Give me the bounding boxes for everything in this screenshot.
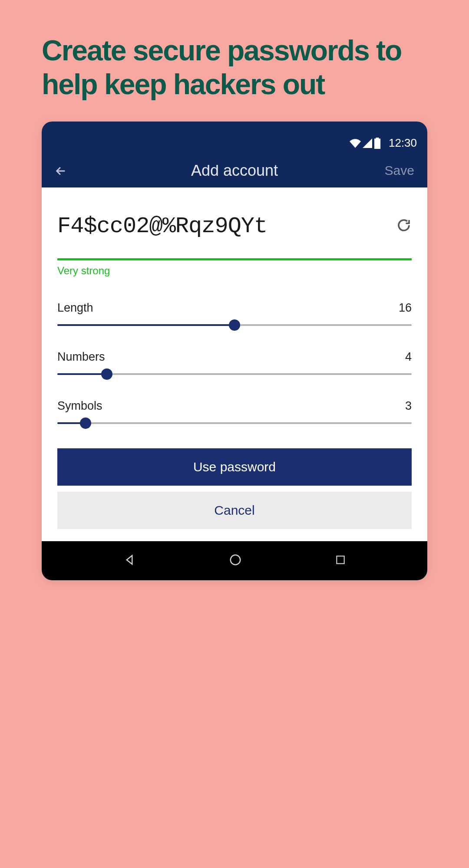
app-header: Add account Save [42,165,427,187]
nav-back-icon[interactable] [123,553,136,568]
header-title: Add account [191,165,278,180]
numbers-value: 4 [405,350,412,364]
use-password-button[interactable]: Use password [57,448,412,486]
length-slider-row: Length 16 [57,301,412,326]
slider-thumb[interactable] [80,418,91,429]
status-icons [350,138,381,149]
phone-frame: 12:30 Add account Save F4$cc02@%Rqz9QYt … [42,122,427,580]
svg-point-2 [231,555,241,565]
android-nav-bar [42,541,427,580]
length-value: 16 [399,301,412,315]
marketing-headline: Create secure passwords to help keep hac… [0,0,469,122]
svg-rect-0 [374,138,380,149]
length-slider[interactable] [57,324,412,326]
save-button[interactable]: Save [385,165,414,178]
numbers-slider[interactable] [57,373,412,375]
refresh-icon[interactable] [396,217,412,235]
password-sheet: F4$cc02@%Rqz9QYt Very strong Length 16 [42,187,427,541]
numbers-label: Numbers [57,350,105,364]
generated-password: F4$cc02@%Rqz9QYt [57,214,387,239]
nav-recent-icon[interactable] [335,554,346,567]
nav-home-icon[interactable] [229,553,242,568]
symbols-slider[interactable] [57,422,412,424]
back-icon[interactable] [55,165,67,180]
signal-icon [363,138,372,148]
slider-thumb[interactable] [229,319,240,331]
cancel-button[interactable]: Cancel [57,492,412,529]
symbols-label: Symbols [57,399,102,413]
status-bar: 12:30 [42,122,427,165]
battery-icon [374,138,381,149]
wifi-icon [350,138,361,148]
strength-label: Very strong [57,265,412,277]
svg-rect-3 [337,556,344,563]
strength-bar [57,258,412,260]
symbols-value: 3 [405,399,412,413]
slider-thumb[interactable] [101,368,112,380]
svg-rect-1 [376,138,379,139]
status-time: 12:30 [389,136,417,150]
length-label: Length [57,301,93,315]
numbers-slider-row: Numbers 4 [57,350,412,375]
symbols-slider-row: Symbols 3 [57,399,412,424]
